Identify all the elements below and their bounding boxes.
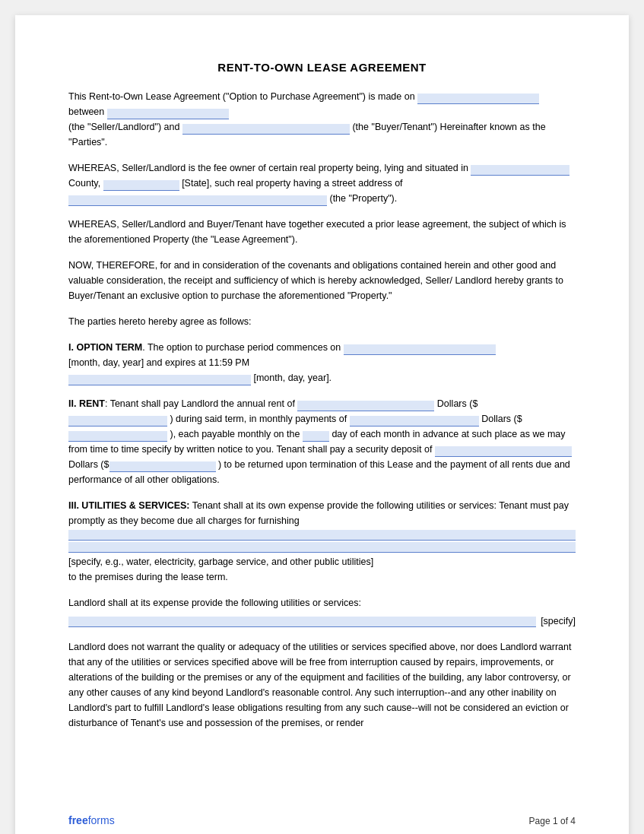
section1-mid-text: [month, day, year] and expires at 11:59 …: [68, 357, 249, 368]
section2-mid-text: ) during said term, in monthly payments …: [170, 414, 347, 424]
state-field[interactable]: [103, 180, 179, 191]
section3-suffix-text: to the premises during the lease term.: [68, 572, 228, 582]
document-title: RENT-TO-OWN LEASE AGREEMENT: [68, 61, 576, 74]
landlord-warrant-text: Landlord does not warrant the quality or…: [68, 642, 572, 728]
party1-field[interactable]: [107, 109, 229, 119]
section2-dollars1-text: Dollars ($: [437, 398, 478, 409]
intro-paragraph: This Rent-to-Own Lease Agreement ("Optio…: [68, 89, 576, 150]
utilities-field-2[interactable]: [68, 542, 576, 553]
annual-rent-numbers-field[interactable]: [68, 416, 167, 427]
utilities-field-1[interactable]: [68, 530, 576, 541]
whereas2-paragraph: WHEREAS, Seller/Landlord and Buyer/Tenan…: [68, 217, 576, 247]
party2-field[interactable]: [182, 124, 350, 135]
whereas2-text: WHEREAS, Seller/Landlord and Buyer/Tenan…: [68, 219, 566, 245]
seller-landlord-label: (the "Seller/Landlord") and: [68, 122, 179, 132]
page-footer: freeforms Page 1 of 4: [68, 814, 576, 826]
brand-free: free: [68, 814, 88, 826]
section2-day-text: ), each payable monthly on the: [170, 429, 300, 439]
page-number: Page 1 of 4: [529, 816, 576, 826]
section1-paragraph: I. OPTION TERM. The option to purchase p…: [68, 340, 576, 385]
document-page: RENT-TO-OWN LEASE AGREEMENT This Rent-to…: [15, 15, 629, 834]
section3-specify-text: [specify, e.g., water, electricity, garb…: [68, 557, 373, 567]
date-field[interactable]: [417, 94, 539, 104]
state-suffix-text: [State], such real property having a str…: [182, 178, 402, 189]
section2-paragraph: II. RENT: Tenant shall pay Landlord the …: [68, 396, 576, 487]
county-label: County,: [68, 178, 100, 189]
section1-text: . The option to purchase period commence…: [142, 342, 341, 353]
section2-deposit-text: Dollars ($: [68, 459, 109, 470]
monthly-payment-words-field[interactable]: [350, 416, 479, 427]
section2-dollars2-text: Dollars ($: [481, 414, 522, 424]
brand-logo: freeforms: [68, 814, 115, 826]
section1-end-text: [month, day, year].: [253, 373, 332, 383]
between-text: between: [68, 106, 104, 117]
deposit-words-field[interactable]: [435, 446, 572, 457]
parties-agree-text: The parties hereto hereby agree as follo…: [68, 316, 251, 327]
option-end-date-field[interactable]: [68, 375, 251, 385]
section2-text: : Tenant shall pay Landlord the annual r…: [105, 398, 295, 409]
address-field[interactable]: [68, 195, 327, 206]
section3-paragraph: III. UTILITIES & SERVICES: Tenant shall …: [68, 498, 576, 585]
landlord-utilities-paragraph: Landlord shall at its expense provide th…: [68, 595, 576, 629]
deposit-numbers-field[interactable]: [109, 461, 216, 472]
landlord-utilities-text: Landlord shall at its expense provide th…: [68, 598, 361, 608]
section3-header: III. UTILITIES & SERVICES:: [68, 500, 190, 511]
brand-forms: forms: [88, 814, 115, 826]
parties-agree-paragraph: The parties hereto hereby agree as follo…: [68, 314, 576, 329]
specify-label: [specify]: [536, 614, 576, 629]
now-therefore-text: NOW, THEREFORE, for and in consideration…: [68, 260, 563, 301]
whereas1-paragraph: WHEREAS, Seller/Landlord is the fee owne…: [68, 160, 576, 206]
day-of-month-field[interactable]: [303, 431, 329, 442]
section2-header: II. RENT: [68, 398, 105, 409]
property-suffix-text: (the "Property").: [329, 193, 397, 204]
monthly-payment-numbers-field[interactable]: [68, 431, 167, 442]
landlord-utilities-field[interactable]: [68, 617, 536, 627]
annual-rent-words-field[interactable]: [297, 401, 434, 411]
whereas1-text: WHEREAS, Seller/Landlord is the fee owne…: [68, 163, 468, 173]
section1-header: I. OPTION TERM: [68, 342, 142, 353]
intro-text: This Rent-to-Own Lease Agreement ("Optio…: [68, 91, 415, 102]
county-field[interactable]: [471, 165, 569, 176]
option-start-date-field[interactable]: [344, 344, 496, 355]
now-therefore-paragraph: NOW, THEREFORE, for and in consideration…: [68, 258, 576, 303]
landlord-warrant-paragraph: Landlord does not warrant the quality or…: [68, 639, 576, 731]
